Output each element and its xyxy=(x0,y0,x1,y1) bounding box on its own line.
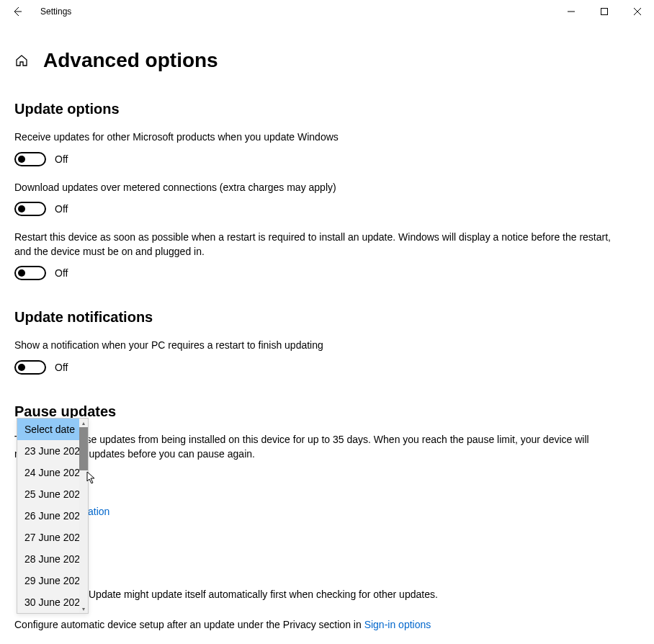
close-icon xyxy=(634,8,641,15)
pause-until-dropdown[interactable]: Select date 23 June 2021 24 June 2021 25… xyxy=(17,418,89,614)
update-self-text-fragment: Update might update itself automatically… xyxy=(89,589,438,600)
window-title: Settings xyxy=(40,6,71,17)
toggle-knob xyxy=(18,364,25,371)
dropdown-option[interactable]: 24 June 2021 xyxy=(17,462,88,483)
privacy-config-line: Configure automatic device setup after a… xyxy=(14,619,431,630)
option-label: Show a notification when your PC require… xyxy=(14,339,627,353)
section-update-notifications-title: Update notifications xyxy=(14,309,640,326)
svg-rect-2 xyxy=(601,9,608,15)
dropdown-option[interactable]: 25 June 2021 xyxy=(17,483,88,505)
maximize-icon xyxy=(601,8,608,15)
pause-updates-description: Temporarily pause updates from being ins… xyxy=(14,433,605,461)
toggle-state: Off xyxy=(55,153,68,165)
option-label: Receive updates for other Microsoft prod… xyxy=(14,130,627,145)
toggle-knob xyxy=(18,205,25,213)
option-label: Restart this device as soon as possible … xyxy=(14,231,627,259)
dropdown-option[interactable]: 26 June 2021 xyxy=(17,505,88,527)
dropdown-option[interactable]: 30 June 2021 xyxy=(17,591,88,613)
minimize-button[interactable] xyxy=(555,0,588,23)
scroll-up-icon[interactable]: ▴ xyxy=(79,419,88,427)
section-pause-updates-title: Pause updates xyxy=(14,403,640,420)
toggle-knob xyxy=(18,156,25,163)
back-arrow-icon xyxy=(12,6,23,17)
toggle-show-notification[interactable] xyxy=(14,360,46,375)
toggle-state: Off xyxy=(55,203,68,215)
maximize-button[interactable] xyxy=(588,0,621,23)
dropdown-option[interactable]: 28 June 2021 xyxy=(17,548,88,570)
option-receive-updates: Receive updates for other Microsoft prod… xyxy=(14,130,640,166)
dropdown-scrollbar[interactable]: ▴ ▾ xyxy=(79,419,88,613)
dropdown-option[interactable]: 23 June 2021 xyxy=(17,440,88,462)
page-title: Advanced options xyxy=(43,49,218,72)
signin-options-link[interactable]: Sign-in options xyxy=(364,619,431,630)
titlebar: Settings xyxy=(0,0,654,23)
scroll-down-icon[interactable]: ▾ xyxy=(79,604,88,613)
window-controls xyxy=(555,0,654,23)
dropdown-option[interactable]: 29 June 2021 xyxy=(17,570,88,591)
close-button[interactable] xyxy=(621,0,654,23)
toggle-receive-updates[interactable] xyxy=(14,152,46,166)
back-button[interactable] xyxy=(9,3,26,20)
dropdown-option-select-date[interactable]: Select date xyxy=(17,419,88,440)
toggle-knob xyxy=(18,269,25,277)
toggle-restart-asap[interactable] xyxy=(14,266,46,280)
scrollbar-thumb[interactable] xyxy=(79,427,88,470)
delivery-optimization-link-fragment[interactable]: ation xyxy=(88,506,109,517)
page-header: Advanced options xyxy=(14,49,640,72)
section-update-options-title: Update options xyxy=(14,101,640,117)
dropdown-option[interactable]: 27 June 2021 xyxy=(17,527,88,548)
option-label: Download updates over metered connection… xyxy=(14,181,627,195)
toggle-state: Off xyxy=(55,362,68,373)
option-show-notification: Show a notification when your PC require… xyxy=(14,339,640,375)
toggle-state: Off xyxy=(55,267,68,279)
option-restart-asap: Restart this device as soon as possible … xyxy=(14,231,640,280)
minimize-icon xyxy=(568,8,575,15)
home-icon[interactable] xyxy=(14,53,29,68)
option-metered: Download updates over metered connection… xyxy=(14,181,640,217)
toggle-metered[interactable] xyxy=(14,202,46,216)
privacy-config-text: Configure automatic device setup after a… xyxy=(14,619,364,630)
